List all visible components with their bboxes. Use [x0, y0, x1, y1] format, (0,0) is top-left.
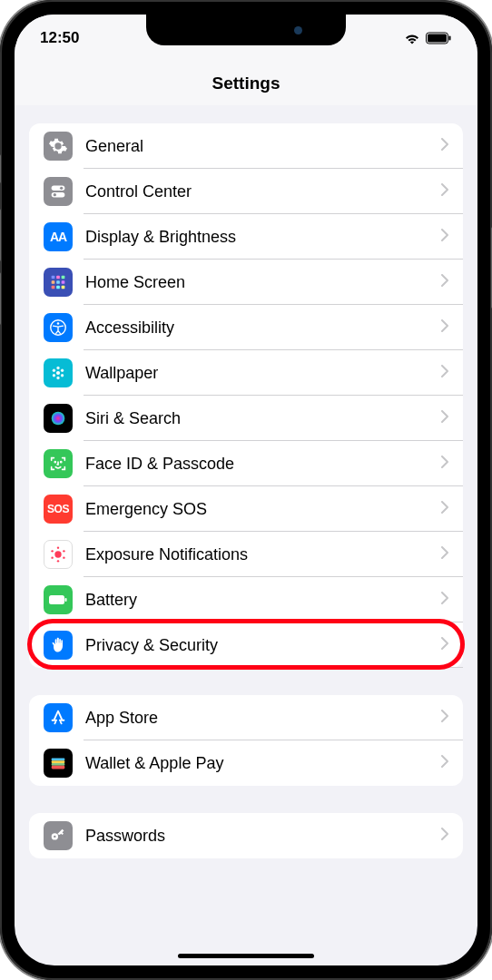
nav-bar: Settings — [15, 62, 477, 105]
device-frame: 12:50 Settings General — [0, 0, 492, 980]
row-display-brightness[interactable]: AA Display & Brightness — [29, 214, 463, 260]
wallet-icon — [44, 749, 73, 778]
page-title: Settings — [212, 74, 280, 93]
row-label: Battery — [85, 591, 441, 610]
svg-rect-7 — [52, 276, 55, 279]
svg-rect-39 — [52, 763, 65, 766]
svg-rect-11 — [56, 280, 60, 284]
svg-rect-38 — [52, 760, 65, 763]
chevron-right-icon — [441, 319, 448, 336]
row-accessibility[interactable]: Accessibility — [29, 305, 463, 350]
row-label: Passwords — [85, 827, 441, 846]
text-size-icon: AA — [44, 222, 73, 251]
svg-point-18 — [56, 371, 60, 375]
svg-rect-8 — [56, 276, 60, 279]
row-emergency-sos[interactable]: SOS Emergency SOS — [29, 486, 463, 532]
svg-point-22 — [56, 377, 59, 379]
chevron-right-icon — [441, 546, 448, 563]
row-battery[interactable]: Battery — [29, 577, 463, 622]
svg-point-26 — [54, 462, 55, 463]
svg-point-42 — [54, 836, 55, 838]
svg-point-6 — [54, 193, 56, 196]
home-indicator[interactable] — [178, 954, 314, 958]
battery-icon — [426, 32, 452, 44]
notch — [146, 15, 346, 45]
svg-rect-37 — [52, 759, 65, 761]
row-control-center[interactable]: Control Center — [29, 169, 463, 214]
key-icon — [44, 821, 73, 850]
settings-group-2: App Store Wallet & Apple Pay — [29, 695, 463, 786]
svg-rect-10 — [52, 280, 55, 284]
row-face-id-passcode[interactable]: Face ID & Passcode — [29, 441, 463, 486]
row-app-store[interactable]: App Store — [29, 695, 463, 740]
chevron-right-icon — [441, 592, 448, 608]
chevron-right-icon — [441, 138, 448, 154]
settings-content[interactable]: General Control Center AA Display & Brig… — [15, 105, 477, 858]
svg-rect-40 — [52, 766, 65, 769]
row-label: Emergency SOS — [85, 500, 441, 519]
chevron-right-icon — [441, 365, 448, 381]
row-passwords[interactable]: Passwords — [29, 813, 463, 858]
battery-row-icon — [44, 585, 73, 614]
svg-rect-14 — [56, 286, 60, 289]
svg-point-29 — [57, 546, 59, 548]
row-label: Face ID & Passcode — [85, 455, 441, 474]
svg-point-28 — [54, 551, 61, 557]
row-wallet-apple-pay[interactable]: Wallet & Apple Pay — [29, 740, 463, 786]
svg-point-33 — [51, 556, 53, 558]
exposure-icon — [44, 540, 73, 569]
svg-rect-15 — [62, 286, 65, 289]
chevron-right-icon — [441, 274, 448, 290]
row-label: Privacy & Security — [85, 636, 441, 655]
svg-point-30 — [63, 550, 64, 552]
chevron-right-icon — [441, 456, 448, 472]
toggle-switches-icon — [44, 177, 73, 206]
row-label: Home Screen — [85, 273, 441, 292]
row-exposure-notifications[interactable]: Exposure Notifications — [29, 532, 463, 577]
chevron-right-icon — [441, 637, 448, 653]
svg-point-21 — [61, 374, 64, 377]
svg-point-4 — [60, 187, 63, 190]
row-label: Accessibility — [85, 318, 441, 338]
accessibility-icon — [44, 313, 73, 342]
sos-icon: SOS — [44, 495, 73, 524]
row-siri-search[interactable]: Siri & Search — [29, 396, 463, 441]
svg-point-19 — [56, 367, 59, 369]
svg-point-23 — [53, 374, 55, 377]
app-grid-icon — [44, 268, 73, 297]
chevron-right-icon — [441, 828, 448, 844]
row-label: Exposure Notifications — [85, 545, 441, 564]
volume-up-button — [0, 209, 1, 261]
row-wallpaper[interactable]: Wallpaper — [29, 350, 463, 396]
svg-rect-1 — [428, 34, 447, 43]
svg-point-17 — [57, 322, 60, 325]
chevron-right-icon — [441, 710, 448, 726]
svg-point-32 — [57, 560, 59, 562]
row-label: Control Center — [85, 182, 441, 201]
row-label: Wallpaper — [85, 364, 441, 383]
status-time: 12:50 — [40, 29, 79, 47]
hand-privacy-icon — [44, 631, 73, 660]
gear-icon — [44, 132, 73, 161]
svg-rect-13 — [52, 286, 55, 289]
siri-icon — [44, 404, 73, 433]
settings-group-1: General Control Center AA Display & Brig… — [29, 123, 463, 668]
svg-rect-2 — [449, 36, 451, 41]
row-general[interactable]: General — [29, 123, 463, 169]
chevron-right-icon — [441, 755, 448, 771]
app-store-icon — [44, 703, 73, 732]
svg-rect-35 — [49, 595, 64, 604]
svg-point-34 — [51, 550, 53, 552]
row-home-screen[interactable]: Home Screen — [29, 260, 463, 305]
svg-point-20 — [61, 369, 64, 372]
chevron-right-icon — [441, 183, 448, 200]
settings-group-3: Passwords — [29, 813, 463, 858]
row-label: App Store — [85, 709, 441, 728]
row-privacy-security[interactable]: Privacy & Security — [29, 622, 463, 668]
status-indicators — [404, 32, 452, 44]
wifi-icon — [404, 33, 420, 44]
row-label: Wallet & Apple Pay — [85, 754, 441, 773]
svg-point-24 — [53, 369, 55, 372]
row-label: Siri & Search — [85, 409, 441, 428]
row-label: General — [85, 137, 441, 156]
